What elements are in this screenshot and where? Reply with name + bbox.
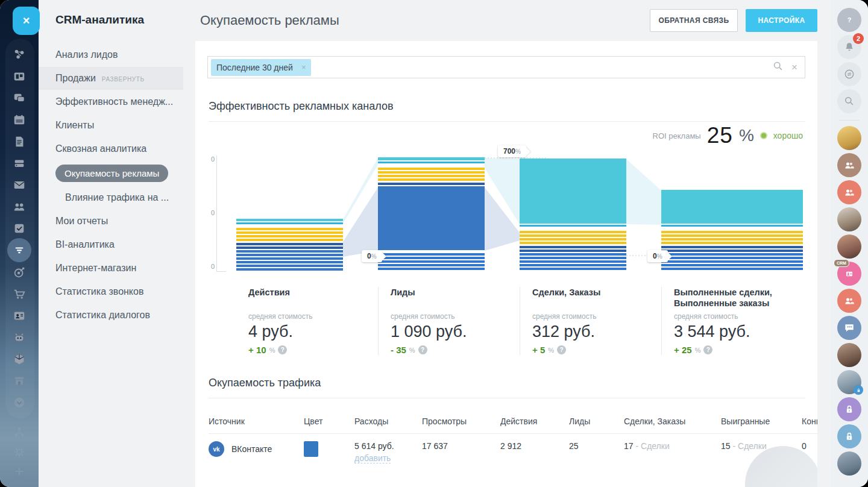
y-axis	[216, 156, 217, 271]
channels-section-title: Эффективность рекламных каналов	[209, 100, 805, 113]
network-icon[interactable]	[7, 42, 31, 66]
table-header[interactable]: Конверсия	[802, 408, 817, 434]
sidebar-item-selected[interactable]: Окупаемость рекламы	[55, 165, 168, 182]
table-header[interactable]: Выигранные	[721, 408, 802, 434]
stage-metric-card-2: Сделки, Заказы средняя стоимость 312 руб…	[520, 287, 661, 355]
help-icon[interactable]: ?	[557, 345, 566, 354]
group-chat-item[interactable]	[837, 289, 861, 313]
group-chat-item[interactable]	[837, 153, 861, 177]
avatar[interactable]	[837, 234, 861, 259]
stage-metric-card-1: Лиды средняя стоимость 1 090 руб. - 35%?	[378, 287, 520, 355]
add-expenses-link[interactable]: добавить	[354, 453, 391, 463]
message-history-button[interactable]	[837, 62, 861, 86]
filter-clear-icon[interactable]: ×	[791, 61, 797, 74]
sidebar-item-9[interactable]: Интернет-магазин	[39, 257, 183, 280]
help-icon[interactable]: ?	[278, 345, 287, 354]
sidebar-item-10[interactable]: Статистика звонков	[39, 280, 183, 303]
people-icon[interactable]	[7, 195, 31, 219]
avatar[interactable]	[837, 451, 861, 476]
sidebar-item-0[interactable]: Анализ лидов	[39, 43, 183, 66]
store-icon[interactable]	[7, 369, 31, 393]
filter-tag[interactable]: Последние 30 дней ×	[211, 59, 311, 76]
team-chat-item[interactable]	[837, 316, 861, 340]
sidebar-item-3[interactable]: Клиенты	[39, 114, 183, 137]
views-value: 17 637	[422, 434, 500, 471]
drive-icon[interactable]	[7, 151, 31, 175]
sidebar-item-1[interactable]: ПродажиРАЗВЕРНУТЬ	[39, 67, 183, 90]
metric-value: 3 544 руб.	[674, 322, 799, 341]
sidebar-item-4[interactable]: Сквозная аналитика	[39, 137, 183, 160]
deals-value: 17	[624, 441, 634, 451]
sidebar-item-7[interactable]: Мои отчеты	[39, 210, 183, 233]
feedback-button[interactable]: ОБРАТНАЯ СВЯЗЬ	[650, 9, 738, 32]
robot-icon[interactable]	[7, 325, 31, 350]
metric-subtitle: средняя стоимость	[391, 312, 514, 321]
expand-label[interactable]: РАЗВЕРНУТЬ	[102, 76, 145, 83]
x-axis-tick	[216, 271, 226, 272]
table-header[interactable]: Цвет	[304, 408, 354, 434]
section-divider	[209, 398, 805, 398]
mail-icon[interactable]	[7, 173, 31, 197]
calendar-icon[interactable]	[7, 108, 31, 132]
close-menu-button[interactable]: ×	[13, 7, 40, 35]
kanban-icon[interactable]	[7, 64, 31, 89]
conversion-badge: 0%	[362, 250, 382, 262]
rail-divider	[839, 120, 860, 121]
funnel-column-3[interactable]	[661, 190, 803, 270]
metric-delta: + 10%?	[248, 345, 372, 355]
filter-actions: ×	[773, 61, 797, 74]
document-icon[interactable]	[7, 130, 31, 154]
target-icon[interactable]	[7, 260, 31, 284]
funnel-column-2[interactable]	[520, 159, 626, 270]
traffic-table: ИсточникЦветРасходыПросмотрыДействияЛиды…	[209, 408, 817, 471]
search-button[interactable]	[837, 89, 861, 113]
table-header[interactable]: Просмотры	[422, 408, 500, 434]
crm-chat-item[interactable]: @CRM	[837, 262, 861, 286]
cube-icon[interactable]	[7, 347, 31, 371]
source-name: ВКонтакте	[231, 444, 272, 454]
avatar[interactable]	[837, 343, 861, 367]
private-chat-item[interactable]	[837, 424, 861, 448]
table-header[interactable]: Расходы	[354, 408, 422, 434]
expenses-value: 5 614 руб.	[354, 441, 394, 451]
color-swatch[interactable]	[304, 441, 318, 457]
table-header[interactable]: Действия	[500, 408, 569, 434]
table-header[interactable]: Источник	[209, 408, 304, 434]
filter-tag-close-icon[interactable]: ×	[301, 63, 306, 72]
filter-bar[interactable]: Последние 30 дней × ×	[207, 56, 805, 78]
funnel-icon[interactable]	[7, 238, 31, 262]
contact-card-icon[interactable]	[7, 304, 31, 328]
sidebar-item-11[interactable]: Статистика диалогов	[39, 304, 183, 327]
sidebar-item-8[interactable]: BI-аналитика	[39, 233, 183, 256]
avatar[interactable]	[837, 126, 861, 150]
funnel-column-1[interactable]	[378, 157, 485, 270]
help-icon[interactable]: ?	[703, 345, 712, 354]
sidebar-item-6[interactable]: Влияние трафика на ...	[39, 186, 183, 209]
help-button[interactable]: ?	[837, 8, 861, 32]
avatar-locked[interactable]	[837, 370, 861, 394]
avatar[interactable]	[837, 207, 861, 231]
sidebar-item-5[interactable]: Окупаемость рекламы	[39, 161, 183, 186]
page-header: Окупаемость рекламы ОБРАТНАЯ СВЯЗЬ НАСТР…	[183, 0, 831, 41]
help-icon[interactable]: ?	[418, 345, 427, 354]
funnel-chart: 0000%700%0%	[209, 137, 805, 280]
plus-icon[interactable]	[7, 459, 31, 483]
cart-icon[interactable]	[7, 282, 31, 306]
table-row[interactable]: vkВКонтакте 5 614 руб.добавить 17 637 2 …	[209, 434, 817, 471]
lock-badge-icon	[854, 385, 863, 395]
sidebar-item-2[interactable]: Эффективность менедж...	[39, 90, 183, 113]
chevron-circle-icon[interactable]	[7, 391, 31, 415]
sidebar-title: CRM-аналитика	[39, 13, 183, 27]
table-header[interactable]: Сделки, Заказы	[624, 408, 721, 434]
settings-button[interactable]: НАСТРОЙКА	[746, 9, 817, 32]
search-icon[interactable]	[773, 61, 783, 74]
table-header[interactable]: Лиды	[569, 408, 624, 434]
tasks-icon[interactable]	[7, 216, 31, 240]
metric-title: Выполненные сделки,Выполненные заказы	[674, 287, 799, 311]
private-chat-item[interactable]	[837, 397, 861, 421]
group-chat-item[interactable]	[837, 180, 861, 204]
funnel-column-0[interactable]	[236, 219, 343, 271]
chat-icon[interactable]	[7, 86, 31, 110]
metric-value: 312 руб.	[532, 322, 655, 341]
notifications-button[interactable]: 2	[837, 35, 861, 59]
